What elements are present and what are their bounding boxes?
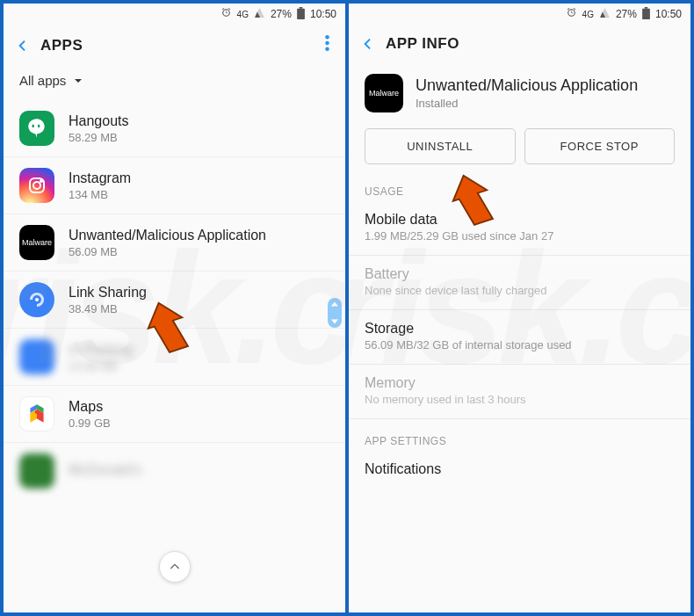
app-name: McDonald's [69, 462, 329, 478]
network-label: 4G [237, 10, 249, 19]
battery-icon [642, 7, 650, 22]
svg-rect-12 [645, 7, 648, 9]
app-row-linksharing[interactable]: Link Sharing 38.49 MB [4, 272, 345, 329]
install-status: Installed [416, 97, 638, 110]
app-icon-blurred [19, 453, 54, 489]
app-icon-blurred [19, 339, 54, 374]
battery-pct: 27% [271, 8, 292, 20]
signal-icon [254, 7, 265, 21]
app-name: Link Sharing [69, 285, 329, 301]
section-usage-label: USAGE [349, 177, 690, 201]
app-row-instagram[interactable]: Instagram 134 MB [4, 157, 345, 214]
app-size: 134 MB [69, 188, 329, 201]
app-row-hangouts[interactable]: Hangouts 58.29 MB [4, 100, 345, 157]
usage-memory[interactable]: Memory No memory used in last 3 hours [349, 365, 690, 419]
hangouts-icon [19, 111, 54, 146]
chevron-down-icon [331, 318, 338, 325]
chevron-down-icon [73, 76, 83, 86]
scroll-to-top-button[interactable] [159, 551, 191, 583]
alarm-icon [220, 7, 232, 21]
malware-icon: Malware [365, 74, 403, 112]
usage-value: 1.99 MB/25.29 GB used since Jan 27 [365, 229, 675, 243]
svg-point-4 [325, 41, 329, 46]
network-label: 4G [582, 10, 594, 19]
usage-key: Memory [365, 375, 675, 391]
uninstall-button[interactable]: UNINSTALL [365, 128, 516, 164]
usage-battery[interactable]: Battery None since device last fully cha… [349, 256, 690, 310]
usage-key: Storage [365, 321, 675, 337]
svg-point-3 [325, 35, 329, 40]
app-size: 13.48 MB [69, 359, 329, 373]
clock: 10:50 [310, 8, 336, 20]
clock: 10:50 [655, 8, 682, 20]
back-icon[interactable] [16, 39, 30, 53]
battery-pct: 27% [616, 8, 637, 20]
linksharing-icon [19, 282, 54, 317]
svg-point-7 [33, 182, 40, 189]
app-name: Instagram [69, 170, 329, 186]
back-icon[interactable] [361, 37, 375, 51]
svg-point-9 [35, 298, 39, 301]
app-size: 56.09 MB [69, 245, 329, 258]
app-size: 58.29 MB [69, 131, 329, 144]
page-title: APP INFO [386, 35, 459, 53]
status-bar: 4G 27% 10:50 [4, 4, 345, 23]
app-list[interactable]: Hangouts 58.29 MB Instagram 134 MB Malwa… [4, 100, 345, 612]
svg-rect-1 [300, 7, 303, 9]
appinfo-screen: PCrisk.com 4G 27% 10:50 APP INFO Malware… [349, 4, 690, 612]
app-row-blurred-2[interactable]: McDonald's [4, 443, 345, 499]
overflow-menu-icon[interactable] [325, 35, 333, 55]
app-size: 38.49 MB [69, 302, 329, 315]
status-bar: 4G 27% 10:50 [349, 4, 690, 23]
svg-point-5 [325, 47, 329, 52]
usage-storage[interactable]: Storage 56.09 MB/32 GB of internal stora… [349, 310, 690, 365]
usage-key: Mobile data [365, 212, 675, 228]
app-info-header: Malware Unwanted/Malicious Application I… [349, 69, 690, 128]
filter-dropdown[interactable]: All apps [4, 71, 345, 100]
usage-value: No memory used in last 3 hours [365, 393, 675, 406]
title-bar: APP INFO [349, 23, 690, 69]
forcestop-button[interactable]: FORCE STOP [524, 128, 676, 164]
app-name: Maps [69, 399, 329, 415]
settings-key: Notifications [365, 461, 675, 477]
title-bar: APPS [4, 23, 345, 71]
app-row-blurred-1[interactable]: m-Parking 13.48 MB [4, 329, 345, 386]
usage-value: None since device last fully charged [365, 284, 675, 297]
settings-notifications[interactable]: Notifications [349, 451, 690, 479]
usage-value: 56.09 MB/32 GB of internal storage used [365, 338, 675, 351]
section-settings-label: APP SETTINGS [349, 419, 690, 451]
app-row-maps[interactable]: Maps 0.99 GB [4, 386, 345, 443]
svg-point-10 [35, 409, 40, 414]
usage-mobiledata[interactable]: Mobile data 1.99 MB/25.29 GB used since … [349, 201, 690, 256]
alarm-icon [566, 7, 577, 21]
svg-rect-11 [642, 8, 650, 18]
app-name: Unwanted/Malicious Application [416, 76, 638, 95]
app-name: m-Parking [69, 342, 329, 358]
usage-key: Battery [365, 266, 675, 282]
app-name: Hangouts [69, 113, 329, 129]
app-size: 0.99 GB [69, 417, 329, 430]
page-title: APPS [40, 37, 83, 54]
maps-icon [19, 396, 54, 431]
scroll-handle[interactable] [328, 298, 342, 328]
malware-icon: Malware [19, 225, 54, 260]
instagram-icon [19, 168, 54, 203]
svg-point-8 [40, 180, 42, 182]
app-row-malicious[interactable]: Malware Unwanted/Malicious Application 5… [4, 214, 345, 272]
chevron-up-icon [331, 301, 338, 308]
apps-screen: PCrisk.com 4G 27% 10:50 APPS All apps [4, 4, 345, 612]
signal-icon [599, 7, 611, 21]
action-buttons: UNINSTALL FORCE STOP [349, 128, 690, 177]
filter-label: All apps [19, 73, 66, 88]
battery-icon [297, 7, 305, 22]
app-name: Unwanted/Malicious Application [69, 228, 329, 243]
